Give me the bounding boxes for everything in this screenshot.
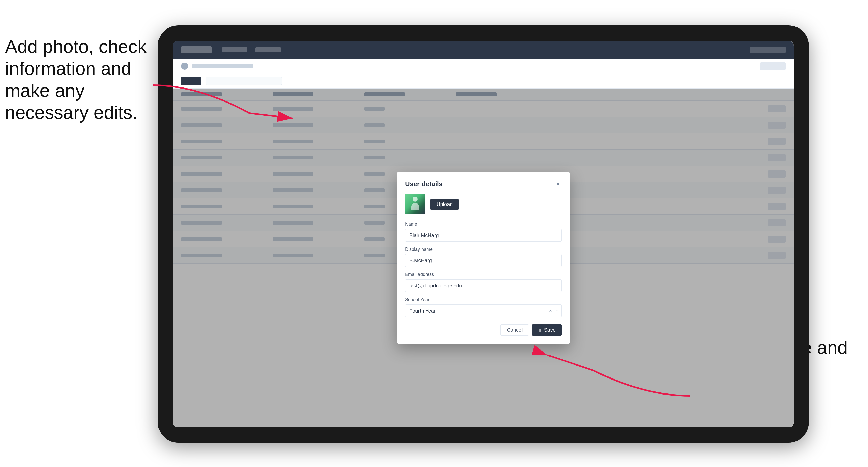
school-year-select-wrapper: First Year Second Year Third Year Fourth… <box>405 305 562 317</box>
save-icon: ⬆ <box>538 328 542 333</box>
modal-close-button[interactable]: × <box>555 181 562 188</box>
photo-upload-area: Upload <box>405 194 562 214</box>
annotation-left: Add photo, check information and make an… <box>5 36 147 124</box>
name-input[interactable] <box>405 229 562 242</box>
modal-footer: Cancel ⬆ Save <box>405 324 562 336</box>
name-label: Name <box>405 222 562 227</box>
breadcrumb-icon <box>181 63 188 70</box>
save-label: Save <box>544 327 556 333</box>
email-input[interactable] <box>405 279 562 292</box>
chevron-down-icon: ⌃ <box>555 308 560 313</box>
user-details-modal: User details × <box>397 172 570 344</box>
photo-thumbnail <box>405 194 425 214</box>
modal-backdrop: User details × <box>173 89 794 427</box>
add-button[interactable] <box>181 77 202 85</box>
person-body <box>411 203 419 210</box>
email-field-group: Email address <box>405 272 562 292</box>
email-label: Email address <box>405 272 562 277</box>
nav-link-communities[interactable] <box>222 47 247 53</box>
table-area: User details × <box>173 89 794 427</box>
display-name-input[interactable] <box>405 254 562 267</box>
school-year-field-group: School Year First Year Second Year Third… <box>405 297 562 317</box>
app-background: User details × <box>173 41 794 427</box>
select-clear-icon[interactable]: × <box>548 308 553 313</box>
select-controls: × ⌃ <box>548 308 560 313</box>
school-year-label: School Year <box>405 297 562 303</box>
photo-image <box>405 194 425 214</box>
export-data-button[interactable] <box>760 62 785 70</box>
nav-right-area <box>750 47 785 53</box>
breadcrumb-text <box>192 64 253 68</box>
toolbar <box>173 73 794 89</box>
upload-photo-button[interactable]: Upload <box>430 199 459 210</box>
tablet-screen: User details × <box>173 41 794 427</box>
name-field-group: Name <box>405 222 562 242</box>
school-year-select[interactable]: First Year Second Year Third Year Fourth… <box>405 305 562 317</box>
display-name-label: Display name <box>405 247 562 252</box>
nav-links <box>222 47 281 53</box>
nav-logo <box>181 46 212 54</box>
breadcrumb-bar <box>173 59 794 73</box>
top-navigation <box>173 41 794 59</box>
tablet-frame: User details × <box>158 25 809 443</box>
save-button[interactable]: ⬆ Save <box>532 324 562 336</box>
modal-header: User details × <box>405 180 562 188</box>
display-name-field-group: Display name <box>405 247 562 267</box>
person-silhouette <box>410 197 420 212</box>
search-input[interactable] <box>206 77 282 85</box>
modal-title: User details <box>405 180 442 188</box>
cancel-button[interactable]: Cancel <box>500 324 529 336</box>
person-head <box>413 197 418 202</box>
nav-link-admin[interactable] <box>255 47 281 53</box>
